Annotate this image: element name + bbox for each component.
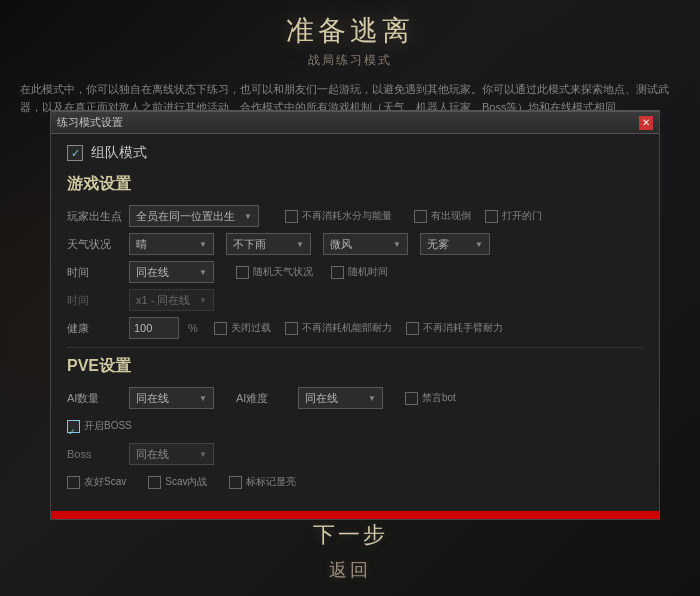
appear-label: 有出现倒 (431, 209, 471, 223)
team-mode-checkbox[interactable]: ✓ (67, 145, 83, 161)
section-divider (67, 347, 643, 348)
ai-count-label: AI数量 (67, 391, 123, 406)
random-weather-cb: 随机天气状况 (236, 265, 313, 279)
ai-difficulty-value: 同在线 (305, 391, 338, 406)
open-boss-cb: ✓ 开启BOSS (67, 419, 132, 433)
health-unit: % (188, 322, 198, 334)
modal-body: ✓ 组队模式 游戏设置 玩家出生点 全员在同一位置出生 ▼ 不再消耗水分与能量 (51, 134, 659, 503)
time2-dropdown: x1 - 同在线 ▼ (129, 289, 214, 311)
overload-cb: 关闭过载 (214, 321, 271, 335)
time-label: 时间 (67, 265, 123, 280)
stamina-cb: 不再消耗机能部耐力 (285, 321, 392, 335)
open-boss-checkbox[interactable]: ✓ (67, 420, 80, 433)
weather-label: 天气状况 (67, 237, 123, 252)
ai-difficulty-dropdown[interactable]: 同在线 ▼ (298, 387, 383, 409)
game-settings-grid: 玩家出生点 全员在同一位置出生 ▼ 不再消耗水分与能量 有出现倒 (67, 205, 643, 339)
scav-war-cb: Scav内战 (148, 475, 207, 489)
weather-dropdown3[interactable]: 微风 ▼ (323, 233, 408, 255)
spawn-label: 玩家出生点 (67, 209, 123, 224)
back-button[interactable]: 返回 (0, 554, 700, 586)
modal-titlebar: 练习模式设置 ✕ (51, 112, 659, 134)
weather-dropdown1[interactable]: 晴 ▼ (129, 233, 214, 255)
no-consume-label: 不再消耗水分与能量 (302, 209, 392, 223)
random-time-cb: 随机时间 (331, 265, 388, 279)
scav-war-label: Scav内战 (165, 475, 207, 489)
footer: 下一步 返回 (0, 516, 700, 596)
time2-row: 时间 x1 - 同在线 ▼ (67, 289, 643, 311)
weather-val4: 无雾 (427, 237, 449, 252)
weather-row: 天气状况 晴 ▼ 不下雨 ▼ 微风 ▼ 无雾 ▼ (67, 233, 643, 255)
open-boss-label: 开启BOSS (84, 419, 132, 433)
mark-highlight-cb: 标标记显亮 (229, 475, 296, 489)
boss-row: Boss 同在线 ▼ (67, 443, 643, 465)
time2-label: 时间 (67, 293, 123, 308)
next-step-button[interactable]: 下一步 (0, 516, 700, 554)
weather-dropdown4[interactable]: 无雾 ▼ (420, 233, 490, 255)
appear-cb-row: 有出现倒 (414, 209, 471, 223)
modal-dialog: 练习模式设置 ✕ ✓ 组队模式 游戏设置 玩家出生点 全员在同一位置出生 ▼ (50, 110, 660, 520)
ban-bot-label: 禁言bot (422, 391, 456, 405)
random-weather-label: 随机天气状况 (253, 265, 313, 279)
time-dropdown[interactable]: 同在线 ▼ (129, 261, 214, 283)
boss-label: Boss (67, 448, 123, 460)
arm-stamina-checkbox[interactable] (406, 322, 419, 335)
friendly-scav-cb: 友好Scav (67, 475, 126, 489)
arm-stamina-label: 不再消耗手臂耐力 (423, 321, 503, 335)
appear-checkbox[interactable] (414, 210, 427, 223)
door-cb-row: 打开的门 (485, 209, 542, 223)
no-consume-cb-row: 不再消耗水分与能量 (285, 209, 392, 223)
boss-dropdown[interactable]: 同在线 ▼ (129, 443, 214, 465)
time-row: 时间 同在线 ▼ 随机天气状况 随机时间 (67, 261, 643, 283)
boss-value: 同在线 (136, 447, 169, 462)
health-label: 健康 (67, 321, 123, 336)
ai-row: AI数量 同在线 ▼ AI难度 同在线 ▼ 禁言bot (67, 387, 643, 409)
overload-checkbox[interactable] (214, 322, 227, 335)
weather-val1: 晴 (136, 237, 147, 252)
spawn-value: 全员在同一位置出生 (136, 209, 235, 224)
overload-label: 关闭过载 (231, 321, 271, 335)
health-input[interactable] (129, 317, 179, 339)
modal-bottom-bar (51, 511, 659, 519)
door-label: 打开的门 (502, 209, 542, 223)
spawn-dropdown[interactable]: 全员在同一位置出生 ▼ (129, 205, 259, 227)
pve-settings-heading: PVE设置 (67, 356, 643, 377)
friendly-scav-label: 友好Scav (84, 475, 126, 489)
page-content: 准备逃离 战局练习模式 在此模式中，你可以独自在离线状态下练习，也可以和朋友们一… (0, 0, 700, 596)
scav-row: 友好Scav Scav内战 标标记显亮 (67, 471, 643, 493)
weather-val2: 不下雨 (233, 237, 266, 252)
arm-stamina-cb: 不再消耗手臂耐力 (406, 321, 503, 335)
main-title: 准备逃离 (0, 12, 700, 50)
random-weather-checkbox[interactable] (236, 266, 249, 279)
stamina-label: 不再消耗机能部耐力 (302, 321, 392, 335)
ai-count-dropdown[interactable]: 同在线 ▼ (129, 387, 214, 409)
door-checkbox[interactable] (485, 210, 498, 223)
header: 准备逃离 战局练习模式 (0, 0, 700, 73)
ban-bot-checkbox[interactable] (405, 392, 418, 405)
health-row: 健康 % 关闭过载 不再消耗机能部耐力 不再消耗手臂耐力 (67, 317, 643, 339)
random-time-label: 随机时间 (348, 265, 388, 279)
time2-value: x1 - 同在线 (136, 293, 190, 308)
ai-count-value: 同在线 (136, 391, 169, 406)
team-mode-label: 组队模式 (91, 144, 147, 162)
sub-title: 战局练习模式 (0, 52, 700, 69)
random-time-checkbox[interactable] (331, 266, 344, 279)
modal-title: 练习模式设置 (57, 115, 123, 130)
time-value: 同在线 (136, 265, 169, 280)
mark-highlight-label: 标标记显亮 (246, 475, 296, 489)
team-mode-row: ✓ 组队模式 (67, 144, 643, 162)
spawn-point-row: 玩家出生点 全员在同一位置出生 ▼ 不再消耗水分与能量 有出现倒 (67, 205, 643, 227)
ai-difficulty-label: AI难度 (236, 391, 292, 406)
boss-enable-row: ✓ 开启BOSS (67, 415, 643, 437)
ban-bot-cb: 禁言bot (405, 391, 456, 405)
weather-val3: 微风 (330, 237, 352, 252)
no-consume-checkbox[interactable] (285, 210, 298, 223)
stamina-checkbox[interactable] (285, 322, 298, 335)
mark-highlight-checkbox[interactable] (229, 476, 242, 489)
modal-close-button[interactable]: ✕ (639, 116, 653, 130)
weather-dropdown2[interactable]: 不下雨 ▼ (226, 233, 311, 255)
scav-war-checkbox[interactable] (148, 476, 161, 489)
friendly-scav-checkbox[interactable] (67, 476, 80, 489)
spawn-dropdown-arrow: ▼ (244, 212, 252, 221)
game-settings-heading: 游戏设置 (67, 174, 643, 195)
